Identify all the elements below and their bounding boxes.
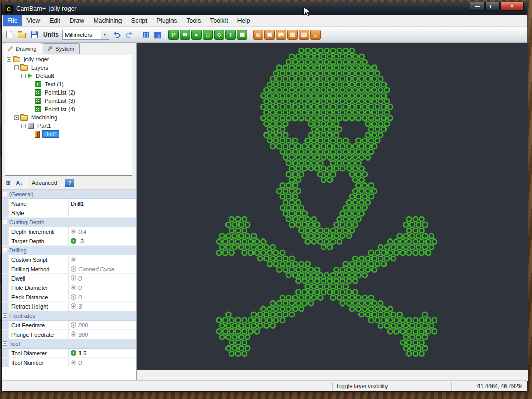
value-default-icon[interactable]: + (71, 229, 76, 234)
value-default-icon[interactable]: + (71, 257, 76, 262)
menu-toolkit[interactable]: Toolkit (206, 15, 233, 26)
save-file-button[interactable] (29, 29, 40, 41)
property-category--general-[interactable]: -(General) (2, 190, 136, 199)
menu-script[interactable]: Script (127, 15, 152, 26)
property-row-dwell[interactable]: Dwell+0 (2, 274, 136, 283)
tree-item-jolly-roger[interactable]: -jolly-roger (5, 55, 132, 63)
expand-collapse-icon[interactable]: - (14, 115, 19, 120)
value-set-icon[interactable]: + (71, 238, 76, 244)
expand-collapse-icon[interactable]: - (21, 124, 26, 128)
property-row-drilling-method[interactable]: Drilling Method+Canned Cycle (2, 264, 136, 274)
property-value[interactable]: +0 (69, 285, 136, 291)
property-category-cutting-depth[interactable]: -Cutting Depth (2, 218, 136, 227)
expand-collapse-icon[interactable]: - (3, 248, 7, 252)
mach-pocket-button[interactable]: ◎ (253, 30, 263, 40)
expand-collapse-icon[interactable]: - (3, 192, 7, 196)
mach-drill-button[interactable]: ▥ (287, 30, 298, 40)
property-category-drilling[interactable]: -Drilling (2, 246, 136, 255)
draw-text-button[interactable]: T (225, 30, 236, 40)
units-dropdown[interactable]: Millimeters ▾ (62, 30, 109, 40)
value-default-icon[interactable]: + (71, 322, 76, 328)
value-set-icon[interactable]: + (71, 350, 76, 356)
property-category-feedrates[interactable]: -Feedrates (2, 311, 136, 321)
menu-file[interactable]: File (3, 15, 22, 26)
tree-item-pointlist-4-[interactable]: PointList (4) (5, 105, 132, 113)
tree-item-part1[interactable]: -Part1 (5, 122, 132, 130)
open-file-button[interactable] (16, 29, 28, 41)
property-row-tool-number[interactable]: Tool Number+0 (2, 358, 136, 367)
draw-polyline-button[interactable]: ◇ (214, 30, 224, 40)
sort-alphabetical-button[interactable]: A↓ (15, 178, 24, 188)
menu-view[interactable]: View (22, 15, 45, 26)
mach-profile-button[interactable]: ▣ (264, 30, 275, 40)
drawing-viewport[interactable] (137, 43, 528, 370)
property-value[interactable]: +0 (69, 360, 136, 366)
value-default-icon[interactable]: + (71, 331, 76, 337)
property-category-tool[interactable]: -Tool (2, 339, 136, 349)
expand-collapse-icon[interactable]: - (3, 341, 7, 346)
property-value[interactable]: +300 (69, 331, 136, 338)
value-default-icon[interactable]: + (71, 285, 76, 290)
help-button[interactable]: ? (65, 179, 74, 187)
property-row-tool-diameter[interactable]: Tool Diameter+1.5 (2, 349, 136, 358)
property-value[interactable]: +Canned Cycle (69, 266, 136, 272)
sort-categorized-button[interactable]: ⊞ (4, 178, 13, 188)
tree-item-drill1[interactable]: Drill1 (5, 130, 132, 138)
tree-item-default[interactable]: -Default (5, 72, 132, 80)
menu-tools[interactable]: Tools (182, 15, 206, 26)
tree-item-machining[interactable]: -Machining (5, 113, 132, 122)
property-value[interactable]: +0.4 (69, 229, 136, 235)
menu-edit[interactable]: Edit (45, 15, 65, 26)
draw-point-button[interactable]: ● (191, 30, 202, 40)
property-row-name[interactable]: NameDrill1 (2, 199, 136, 208)
value-default-icon[interactable]: + (71, 275, 76, 281)
value-default-icon[interactable]: + (71, 266, 76, 272)
new-file-button[interactable] (4, 29, 15, 41)
property-row-peck-distance[interactable]: Peck Distance+0 (2, 292, 136, 302)
property-row-hole-diameter[interactable]: Hole Diameter+0 (2, 283, 136, 292)
property-value[interactable]: +800 (69, 322, 136, 328)
undo-button[interactable] (111, 29, 123, 41)
title-bar[interactable]: C CamBam+ jolly-roger × (2, 2, 527, 15)
property-value[interactable]: +0 (69, 294, 136, 300)
view-grid-button[interactable]: ⊞ (141, 30, 151, 40)
property-value[interactable]: +1.5 (69, 350, 136, 356)
property-row-style[interactable]: Style (2, 208, 136, 218)
tree-item-text-1-[interactable]: TText (1) (5, 80, 132, 88)
tree-item-pointlist-2-[interactable]: PointList (2) (5, 88, 132, 97)
tab-system[interactable]: System (43, 43, 80, 54)
expand-collapse-icon[interactable]: - (14, 65, 19, 70)
property-value[interactable]: + (69, 257, 136, 262)
advanced-button[interactable]: Advanced (30, 178, 59, 188)
maximize-button[interactable] (485, 2, 500, 11)
snap-grid-button[interactable]: ▦ (152, 30, 163, 40)
property-row-plunge-feedrate[interactable]: Plunge Feedrate+300 (2, 330, 136, 339)
minimize-button[interactable] (470, 2, 485, 11)
property-value[interactable]: +0 (69, 275, 136, 282)
value-default-icon[interactable]: + (71, 360, 76, 365)
value-default-icon[interactable]: + (71, 303, 76, 309)
property-row-retract-height[interactable]: Retract Height+3 (2, 302, 136, 311)
menu-help[interactable]: Help (233, 15, 255, 26)
draw-pointlist-button[interactable]: P (168, 30, 179, 40)
property-row-target-depth[interactable]: Target Depth+-3 (2, 236, 136, 246)
property-value[interactable]: Drill1 (69, 201, 136, 207)
expand-collapse-icon[interactable]: - (3, 220, 7, 224)
mach-engrave-button[interactable]: ▤ (276, 30, 286, 40)
property-row-cut-feedrate[interactable]: Cut Feedrate+800 (2, 321, 136, 330)
redo-button[interactable] (124, 29, 135, 41)
mach-script-button[interactable]: ▧ (299, 30, 309, 40)
mach-part-button[interactable]: ⌂ (310, 30, 321, 40)
draw-rect-button[interactable]: □ (203, 30, 213, 40)
property-value[interactable]: +3 (69, 303, 136, 310)
expand-collapse-icon[interactable]: - (3, 313, 7, 318)
value-default-icon[interactable]: + (71, 294, 76, 300)
tree-item-layers[interactable]: -Layers (5, 63, 132, 72)
property-value[interactable]: +-3 (69, 238, 136, 244)
tab-drawing[interactable]: Drawing (4, 43, 42, 54)
menu-plugins[interactable]: Plugins (152, 15, 181, 26)
draw-circle-button[interactable]: ⊕ (180, 30, 190, 40)
tree-item-pointlist-3-[interactable]: PointList (3) (5, 97, 132, 105)
close-button[interactable]: × (500, 2, 524, 11)
expand-collapse-icon[interactable]: - (7, 57, 11, 62)
